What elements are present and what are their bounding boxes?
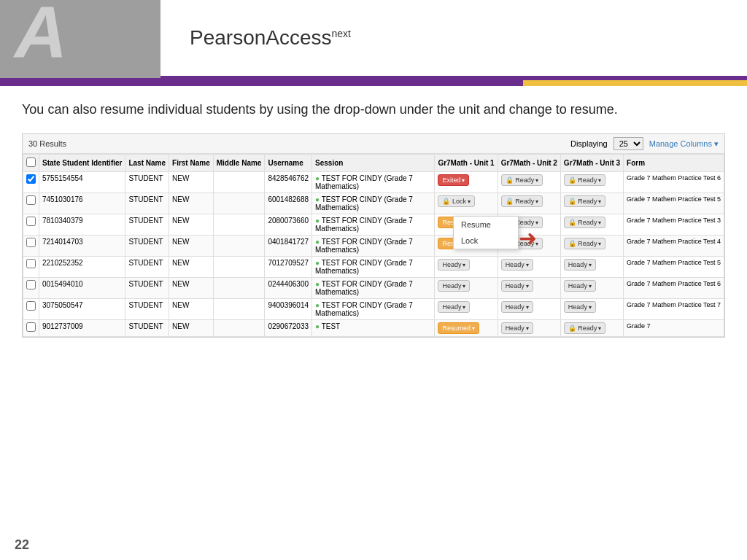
row-last-name: STUDENT (125, 257, 169, 278)
manage-columns-button[interactable]: Manage Columns ▾ (649, 139, 719, 149)
unit-status-button[interactable]: Heady ▾ (564, 259, 596, 271)
row-checkbox[interactable] (26, 195, 36, 205)
row-username: 9400396014 (265, 299, 312, 320)
col-unit1: Gr7Math - Unit 1 (435, 155, 498, 172)
row-checkbox-cell (23, 172, 39, 193)
row-checkbox[interactable] (26, 322, 36, 332)
unit-status-button[interactable]: 🔒 Ready ▾ (501, 195, 543, 207)
row-checkbox[interactable] (26, 259, 36, 268)
select-all-checkbox[interactable] (26, 158, 36, 167)
unit-status-button[interactable]: Exited ▾ (438, 174, 469, 186)
status-dropdown-popup: Resume Lock (453, 216, 519, 249)
row-username: 2080073660 (265, 214, 312, 236)
unit-status-button[interactable]: 🔒 Ready ▾ (501, 174, 543, 186)
description-text: You can also resume individual students … (22, 101, 725, 119)
unit-status-button[interactable]: Heady ▾ (564, 280, 596, 292)
row-unit1: Heady ▾ (435, 278, 498, 299)
row-username: 0290672033 (265, 320, 312, 337)
row-first-name: NEW (169, 299, 214, 320)
col-last-name: Last Name (125, 155, 169, 172)
row-state-id: 3075050547 (39, 299, 125, 320)
unit-status-button[interactable]: Heady ▾ (501, 322, 533, 334)
row-checkbox[interactable] (26, 238, 36, 247)
row-checkbox[interactable] (26, 280, 36, 289)
row-unit3: Heady ▾ (560, 257, 623, 278)
dropdown-resume-item[interactable]: Resume (454, 217, 518, 233)
col-middle-name: Middle Name (213, 155, 265, 172)
app-title-main: PearsonAccess (190, 26, 332, 49)
unit-status-button[interactable]: 🔒 Ready ▾ (564, 238, 606, 249)
col-session: Session (312, 155, 435, 172)
row-username: 0244406300 (265, 278, 312, 299)
accent-bar (0, 80, 747, 86)
row-form: Grade 7 Mathem Practice Test 3 (624, 214, 724, 236)
row-state-id: 2210252352 (39, 257, 125, 278)
row-session: ● TEST FOR CINDY (Grade 7 Mathematics) (312, 214, 435, 236)
row-middle-name (213, 320, 265, 337)
row-checkbox-cell (23, 299, 39, 320)
row-username: 0401841727 (265, 236, 312, 257)
row-first-name: NEW (169, 257, 214, 278)
row-middle-name (213, 299, 265, 320)
row-username: 6001482688 (265, 193, 312, 214)
row-unit1: Exited ▾ (435, 172, 498, 193)
table-row: 7451030176STUDENTNEW6001482688● TEST FOR… (23, 193, 724, 214)
row-checkbox[interactable] (26, 174, 36, 184)
app-title-sup: next (332, 28, 351, 39)
row-session: ● TEST FOR CINDY (Grade 7 Mathematics) (312, 193, 435, 214)
row-middle-name (213, 278, 265, 299)
row-checkbox-cell (23, 320, 39, 337)
unit-status-button[interactable]: Heady ▾ (438, 259, 470, 271)
row-session: ● TEST (312, 320, 435, 337)
unit-status-button[interactable]: Heady ▾ (438, 301, 470, 313)
row-unit3: 🔒 Ready ▾ (560, 193, 623, 214)
results-count: 30 Results (28, 139, 66, 148)
col-checkbox (23, 155, 39, 172)
row-checkbox[interactable] (26, 301, 36, 311)
main-content: You can also resume individual students … (0, 86, 747, 352)
unit-status-button[interactable]: Heady ▾ (501, 280, 533, 292)
unit-status-button[interactable]: Heady ▾ (501, 301, 533, 313)
row-unit3: Heady ▾ (560, 299, 623, 320)
row-session: ● TEST FOR CINDY (Grade 7 Mathematics) (312, 299, 435, 320)
unit-status-button[interactable]: 🔒 Ready ▾ (564, 322, 606, 334)
unit-status-button[interactable]: 🔒 Ready ▾ (564, 174, 606, 186)
arrow-cursor-indicator: ➜ (519, 225, 537, 251)
unit-status-button[interactable]: 🔒 Ready ▾ (564, 195, 606, 207)
col-form: Form (624, 155, 724, 172)
unit-status-button[interactable]: Heady ▾ (438, 280, 470, 292)
table-row: 9012737009STUDENTNEW0290672033● TESTResu… (23, 320, 724, 337)
unit-status-button[interactable]: Resumed ▾ (438, 322, 479, 334)
displaying-select[interactable]: 25 (614, 137, 643, 150)
row-last-name: STUDENT (125, 320, 169, 337)
page-number: 22 (15, 537, 29, 553)
row-checkbox[interactable] (26, 217, 36, 226)
table-row: 7214014703STUDENTNEW0401841727● TEST FOR… (23, 236, 724, 257)
table-row: 2210252352STUDENTNEW7012709527● TEST FOR… (23, 257, 724, 278)
row-session: ● TEST FOR CINDY (Grade 7 Mathematics) (312, 278, 435, 299)
row-checkbox-cell (23, 236, 39, 257)
row-first-name: NEW (169, 278, 214, 299)
row-unit3: Heady ▾ (560, 278, 623, 299)
row-unit1: Resumed ▾ (435, 320, 498, 337)
row-checkbox-cell (23, 257, 39, 278)
row-last-name: STUDENT (125, 214, 169, 236)
row-unit3: 🔒 Ready ▾ (560, 214, 623, 236)
table-header-bar: 30 Results Displaying 25 Manage Columns … (23, 134, 724, 154)
students-table: State Student Identifier Last Name First… (23, 154, 724, 337)
row-first-name: NEW (169, 214, 214, 236)
row-username: 8428546762 (265, 172, 312, 193)
row-first-name: NEW (169, 172, 214, 193)
unit-status-button[interactable]: 🔒 Ready ▾ (564, 217, 606, 228)
unit-status-button[interactable]: Heady ▾ (564, 301, 596, 313)
dropdown-lock-item[interactable]: Lock (454, 233, 518, 249)
table-header-row: State Student Identifier Last Name First… (23, 155, 724, 172)
logo-area: A (0, 0, 160, 78)
row-unit2: Heady ▾ (498, 299, 560, 320)
unit-status-button[interactable]: 🔒 Lock ▾ (438, 195, 475, 207)
row-checkbox-cell (23, 278, 39, 299)
row-unit1: 🔒 Lock ▾ (435, 193, 498, 214)
row-middle-name (213, 257, 265, 278)
unit-status-button[interactable]: Heady ▾ (501, 259, 533, 271)
row-form: Grade 7 Mathem Practice Test 6 (624, 278, 724, 299)
